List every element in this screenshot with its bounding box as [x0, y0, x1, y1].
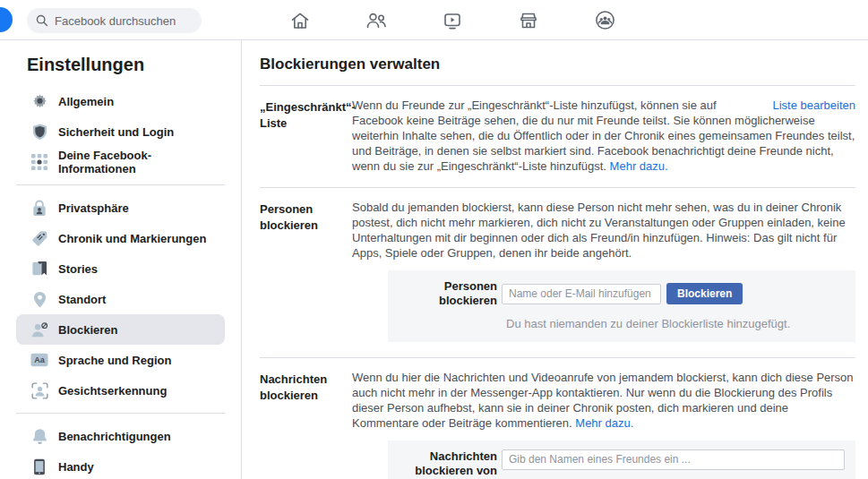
section-label: Personen blockieren	[260, 201, 352, 344]
sidebar-item-chronik-und-markierungen[interactable]: Chronik und Markierungen	[16, 223, 225, 253]
location-pin-icon	[30, 290, 48, 308]
more-info-link[interactable]: Mehr dazu.	[610, 159, 668, 173]
face-recognition-icon	[30, 381, 48, 399]
sidebar-item-benachrichtigungen[interactable]: Benachrichtigungen	[16, 421, 225, 451]
block-messages-box: Nachrichten blockieren von	[388, 441, 855, 479]
search-icon	[36, 14, 48, 27]
sidebar-item-label: Sicherheit und Login	[58, 125, 174, 139]
person-block-icon	[30, 321, 48, 338]
block-users-form-label: Personen blockieren	[399, 279, 497, 309]
language-icon: Aa	[30, 351, 48, 369]
sidebar-item-handy[interactable]: Handy	[16, 451, 225, 479]
stories-icon	[30, 260, 48, 278]
sidebar-item-label: Handy	[58, 460, 94, 474]
phone-icon	[30, 458, 48, 475]
section-restricted-list: „Eingeschränkt“-Liste Liste bearbeiten W…	[260, 86, 855, 188]
search-input[interactable]: Facebook durchsuchen	[27, 8, 202, 33]
sidebar-item-facebook-informationen[interactable]: Deine Facebook-Informationen	[16, 147, 225, 177]
block-users-box: Personen blockieren Blockieren Du hast n…	[388, 270, 855, 342]
sidebar-item-sprache-und-region[interactable]: Aa Sprache und Region	[16, 345, 225, 375]
shield-icon	[30, 123, 48, 141]
groups-icon[interactable]	[573, 0, 636, 40]
bell-icon	[30, 427, 48, 445]
settings-sidebar: Einstellungen Allgemein Sicherheit und L…	[0, 40, 242, 479]
sidebar-item-label: Chronik und Markierungen	[58, 232, 206, 245]
section-body: Liste bearbeiten Wenn du Freunde zur „Ei…	[352, 98, 855, 174]
svg-text:Aa: Aa	[34, 355, 46, 364]
sidebar-item-stories[interactable]: Stories	[16, 253, 225, 284]
lock-person-icon	[30, 199, 48, 217]
section-block-users: Personen blockieren Sobald du jemanden b…	[260, 188, 855, 358]
nav-icons	[269, 0, 636, 40]
top-navigation-bar: Facebook durchsuchen	[0, 0, 868, 40]
sidebar-item-gesichtserkennung[interactable]: Gesichtserkennung	[16, 375, 225, 406]
section-block-messages: Nachrichten blockieren Wenn du hier die …	[260, 358, 855, 479]
facebook-logo[interactable]	[0, 7, 13, 32]
page-title: Blockierungen verwalten	[260, 56, 855, 73]
sidebar-item-privatsphaere[interactable]: Privatsphäre	[16, 192, 225, 223]
sidebar-item-label: Allgemein	[58, 95, 114, 108]
home-icon[interactable]	[269, 0, 331, 40]
sidebar-item-label: Gesichtserkennung	[58, 384, 167, 398]
block-button[interactable]: Blockieren	[666, 283, 743, 304]
manage-blocking-panel: Blockierungen verwalten „Eingeschränkt“-…	[242, 40, 868, 479]
more-info-link[interactable]: Mehr dazu.	[575, 416, 633, 430]
block-messages-form-label: Nachrichten blockieren von	[399, 449, 497, 479]
sidebar-item-label: Stories	[58, 262, 98, 276]
section-description: Sobald du jemanden blockierst, kann dies…	[352, 201, 846, 260]
sidebar-item-label: Deine Facebook-Informationen	[58, 149, 218, 175]
sidebar-item-label: Blockieren	[58, 323, 117, 337]
sidebar-item-label: Privatsphäre	[58, 201, 129, 215]
block-list-empty-note: Du hast niemanden zu deiner Blockierlist…	[506, 317, 845, 332]
watch-icon[interactable]	[421, 0, 484, 40]
edit-list-link[interactable]: Liste bearbeiten	[772, 98, 855, 114]
section-body: Sobald du jemanden blockierst, kann dies…	[352, 201, 855, 344]
section-label: Nachrichten blockieren	[260, 371, 352, 479]
search-placeholder: Facebook durchsuchen	[55, 14, 176, 28]
section-label: „Eingeschränkt“-Liste	[260, 98, 352, 174]
sidebar-divider	[16, 184, 225, 185]
gear-icon	[30, 92, 48, 110]
tag-icon	[30, 229, 48, 247]
block-messages-input[interactable]	[502, 449, 845, 470]
section-body: Wenn du hier die Nachrichten und Videoan…	[352, 371, 855, 479]
sidebar-item-label: Benachrichtigungen	[58, 430, 171, 443]
sidebar-divider	[16, 413, 225, 414]
marketplace-icon[interactable]	[497, 0, 560, 40]
sidebar-item-blockieren[interactable]: Blockieren	[16, 314, 225, 345]
sidebar-item-standort[interactable]: Standort	[16, 284, 225, 314]
sidebar-title: Einstellungen	[27, 55, 241, 75]
block-user-input[interactable]	[502, 284, 661, 304]
grid-icon	[30, 153, 48, 171]
friends-icon[interactable]	[345, 0, 408, 40]
sidebar-item-label: Sprache und Region	[58, 354, 171, 367]
sidebar-item-label: Standort	[58, 293, 106, 306]
sidebar-item-sicherheit-und-login[interactable]: Sicherheit und Login	[16, 116, 225, 147]
sidebar-item-allgemein[interactable]: Allgemein	[16, 86, 225, 116]
